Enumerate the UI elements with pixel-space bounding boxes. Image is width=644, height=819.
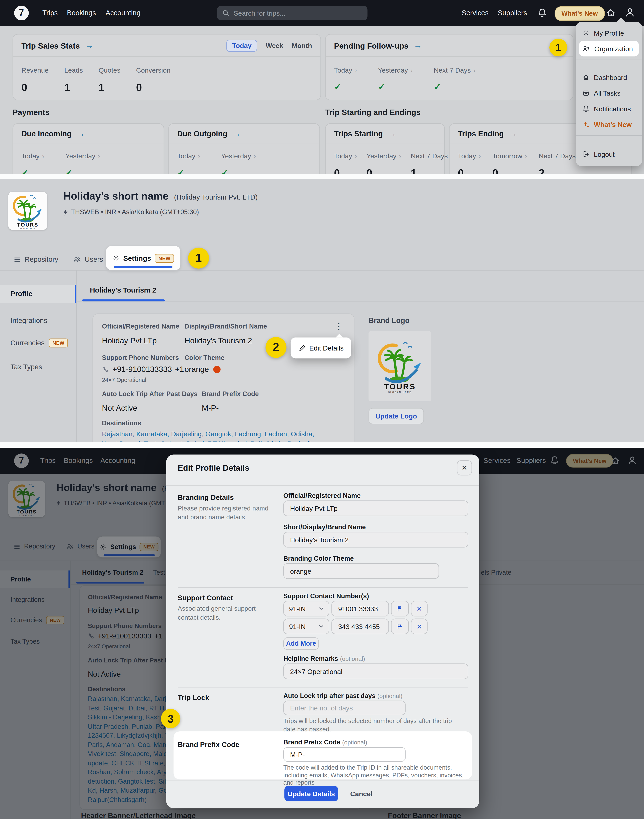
color-theme-input[interactable] (283, 563, 439, 579)
new-badge: NEW (155, 254, 174, 263)
profile-icon[interactable] (625, 8, 635, 18)
sidebar-item-tax-types[interactable]: Tax Types (0, 359, 76, 375)
trip-sales-arrow-icon[interactable]: → (85, 41, 94, 50)
bell-icon (583, 105, 590, 112)
trips-starting-card: Trips Starting→ Today›0 Yesterday›0 Next… (325, 123, 445, 174)
active-tab-indicator (114, 266, 173, 268)
sidebar-item-currencies[interactable]: CurrenciesNEW (0, 335, 76, 351)
organization-icon (583, 44, 590, 52)
te-today[interactable]: Today›0 (458, 151, 481, 174)
due-in-today[interactable]: Today›✓ (21, 151, 44, 174)
search-input[interactable]: Search for trips... (217, 6, 367, 20)
pending-today[interactable]: Today›✓ (334, 65, 357, 93)
org-legal-name: (Holiday Tourism Pvt. LTD) (174, 193, 258, 201)
range-today[interactable]: Today (226, 40, 257, 51)
pending-yesterday[interactable]: Yesterday›✓ (378, 65, 413, 93)
phone-icon (102, 366, 109, 373)
autolock-value: Not Active (102, 403, 137, 412)
support-number-input-1[interactable] (331, 601, 389, 617)
brand-prefix-helper: The code will added to the Trip ID in al… (283, 764, 467, 787)
nav-trips[interactable]: Trips (42, 9, 58, 17)
official-name-input[interactable] (283, 501, 468, 516)
sidebar-item-integrations[interactable]: Integrations (0, 312, 76, 328)
tours-logo-image (377, 338, 423, 395)
remove-number-button-1[interactable]: ✕ (411, 601, 428, 617)
autolock-days-input[interactable] (283, 701, 406, 715)
support-phone-extra[interactable]: +1 (175, 365, 184, 374)
country-code-select-1[interactable]: 91-IN (283, 601, 329, 617)
step-badge-2: 2 (265, 337, 287, 358)
due-outgoing-arrow-icon[interactable]: → (233, 129, 241, 138)
close-icon[interactable]: ✕ (457, 460, 472, 476)
brand-prefix-input[interactable] (283, 747, 406, 762)
screenshot-root: TOURS SLOGAN HERE 7 Trips Bookings Accou… (0, 0, 644, 819)
remove-number-button-2[interactable]: ✕ (411, 618, 428, 634)
tab-repository[interactable]: Repository (14, 256, 58, 263)
range-week[interactable]: Week (266, 41, 283, 49)
ts-yesterday[interactable]: Yesterday›0 (366, 151, 401, 174)
gear-icon (112, 254, 120, 262)
add-more-button[interactable]: Add More (283, 637, 319, 650)
helpline-label: Helpline Remarks (283, 655, 338, 663)
menu-dashboard[interactable]: Dashboard (576, 70, 642, 85)
support-number-input-2[interactable] (331, 618, 389, 634)
users-icon (73, 256, 81, 263)
menu-organization[interactable]: Organization (579, 41, 639, 57)
trips-starting-arrow-icon[interactable]: → (388, 129, 397, 138)
ts-today[interactable]: Today›0 (334, 151, 357, 174)
support-desc: Associated general support contact detai… (178, 605, 277, 622)
trips-ending-arrow-icon[interactable]: → (509, 129, 517, 138)
trip-lock-helper: Trips will be locked the selected number… (283, 717, 456, 733)
due-out-yesterday[interactable]: Yesterday›✓ (221, 151, 256, 174)
display-name-label: Display/Brand/Short Name (184, 323, 267, 330)
helpline-remarks-input[interactable] (283, 663, 468, 679)
top-navbar: 7 Trips Bookings Accounting Search for t… (0, 0, 644, 26)
trip-lock-heading: Trip Lock (178, 694, 209, 702)
cancel-button[interactable]: Cancel (350, 790, 373, 798)
nav-services[interactable]: Services (462, 9, 489, 17)
app-logo[interactable]: 7 (14, 6, 29, 20)
due-outgoing-card: Due Outgoing→ Today›✓ Yesterday›✓ (168, 123, 320, 174)
official-name-value: Holiday Pvt LTp (102, 336, 156, 345)
menu-logout[interactable]: Logout (576, 146, 642, 162)
te-tomorrow[interactable]: Tomorrow›0 (492, 151, 527, 174)
new-badge: NEW (49, 338, 68, 347)
sidebar-item-profile[interactable]: Profile (0, 285, 76, 303)
bell-icon[interactable] (537, 8, 547, 18)
home-icon[interactable] (606, 8, 616, 18)
menu-whats-new[interactable]: What's New (576, 116, 642, 132)
range-month[interactable]: Month (292, 41, 312, 49)
brand-tab-holidays-tourism-2[interactable]: Holiday's Tourism 2 (90, 286, 156, 294)
short-name-input[interactable] (283, 532, 468, 548)
sparkles-icon (583, 121, 590, 128)
country-code-select-2[interactable]: 91-IN (283, 618, 329, 634)
tab-users[interactable]: Users (73, 256, 103, 263)
ts-next7[interactable]: Next 7 Days›1 (411, 151, 452, 174)
destinations-links-line2[interactable]: West Bangal, Test, Gujarat, Dubai, RT Hi… (102, 440, 320, 442)
menu-notifications[interactable]: Notifications (576, 101, 642, 116)
whats-new-button[interactable]: What's New (555, 6, 604, 21)
tab-settings[interactable]: Settings NEW (106, 246, 180, 270)
te-next7[interactable]: Next 7 Days›2 (538, 151, 580, 174)
prefix-label: Brand Prefix Code (202, 390, 259, 398)
due-incoming-card: Due Incoming→ Today›✓ Yesterday›✓ (12, 123, 164, 174)
due-out-today[interactable]: Today›✓ (177, 151, 200, 174)
nav-accounting[interactable]: Accounting (106, 9, 141, 17)
menu-all-tasks[interactable]: All Tasks (576, 85, 642, 101)
flag-outline-button-2[interactable] (391, 618, 409, 634)
brand-logo-preview (368, 331, 431, 401)
edit-details-popup[interactable]: Edit Details (291, 338, 351, 358)
update-logo-button[interactable]: Update Logo (368, 408, 424, 424)
nav-suppliers[interactable]: Suppliers (498, 9, 527, 17)
menu-my-profile[interactable]: My Profile (576, 25, 642, 41)
due-incoming-arrow-icon[interactable]: → (77, 129, 85, 138)
brand-prefix-label: Brand Prefix Code (283, 739, 340, 746)
destinations-links-line1[interactable]: Rajasthan, Karnataka, Darjeeling, Gangto… (102, 430, 314, 438)
nav-bookings[interactable]: Bookings (67, 9, 96, 17)
kebab-menu-icon[interactable]: ⋮ (334, 321, 343, 331)
pending-next7days[interactable]: Next 7 Days›✓ (434, 65, 475, 93)
flag-button-1[interactable] (391, 601, 409, 617)
pending-arrow-icon[interactable]: → (414, 41, 422, 50)
update-details-button[interactable]: Update Details (284, 786, 338, 801)
due-in-yesterday[interactable]: Yesterday›✓ (66, 151, 100, 174)
